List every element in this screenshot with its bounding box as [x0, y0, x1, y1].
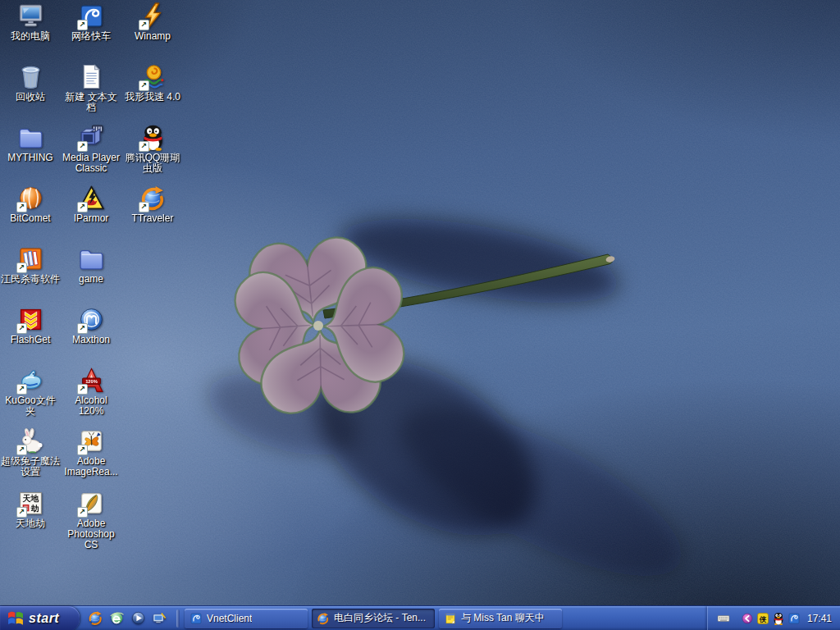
svg-text:120%: 120% — [85, 379, 98, 384]
system-tray: 侠17:41 — [707, 606, 840, 630]
desktop-icon-vnet[interactable]: ↗ 网络快车 — [62, 2, 121, 42]
desktop-icon-image — [17, 2, 44, 30]
desktop-icon-bitcomet[interactable]: ↗ BitComet — [1, 185, 60, 224]
task-button[interactable]: VnetClient — [185, 609, 308, 628]
desktop-icon-image: ↗ — [17, 306, 44, 333]
desktop-icon-image: ↗ — [139, 124, 167, 151]
desktop-icon-label: Media Player Classic — [62, 153, 121, 174]
desktop-icon-label: 我形我速 4.0 — [125, 92, 180, 103]
shortcut-arrow-overlay: ↗ — [16, 445, 27, 455]
desktop-icon-imageready[interactable]: ↗ Adobe ImageRea... — [62, 427, 121, 477]
desktop-icon-woxing[interactable]: ↗ 我形我速 4.0 — [123, 63, 182, 103]
shortcut-arrow-overlay: ↗ — [77, 202, 88, 212]
desktop-icon-label: Maxthon — [72, 335, 110, 345]
desktop-icon-image: ↗ — [139, 63, 167, 90]
shortcut-arrow-overlay: ↗ — [16, 507, 27, 518]
shortcut-arrow-overlay: ↗ — [77, 384, 88, 395]
start-button[interactable]: start — [0, 606, 80, 630]
desktop-icon-image — [17, 124, 44, 151]
taskbar-separator[interactable] — [176, 609, 180, 628]
desktop-icon-maxthon[interactable]: ↗ Maxthon — [62, 306, 121, 345]
tray-icon-xiake-app[interactable]: 侠 — [756, 612, 769, 625]
shortcut-arrow-overlay: ↗ — [77, 20, 88, 30]
desktop-icon-label: Adobe Photoshop CS — [62, 518, 121, 550]
desktop-icon-folder[interactable]: game — [62, 245, 121, 285]
desktop-icon-image: ↗ — [17, 427, 44, 454]
desktop-icon-label: TTraveler — [132, 213, 174, 224]
desktop-icon-alcohol[interactable]: 120%↗ Alcohol 120% — [62, 367, 121, 417]
desktop-icon-image: 天地劫↗ — [17, 490, 44, 517]
desktop-icon-image: ↗ — [17, 185, 44, 212]
desktop-icon-label: MYTHING — [7, 153, 52, 163]
desktop-icon-ttraveler[interactable]: ↗ TTraveler — [123, 185, 182, 224]
quick-launch-ttraveler-quick[interactable] — [88, 610, 103, 626]
shortcut-arrow-overlay: ↗ — [139, 202, 149, 212]
shortcut-arrow-overlay: ↗ — [139, 80, 149, 91]
shortcut-arrow-overlay: ↗ — [16, 262, 27, 273]
shortcut-arrow-overlay: ↗ — [77, 445, 88, 455]
desktop-icon-folder[interactable]: MYTHING — [1, 124, 60, 163]
quick-launch-internet-explorer[interactable] — [109, 610, 125, 626]
desktop-icon-recycle-bin[interactable]: 回收站 — [1, 63, 60, 103]
desktop-icon-label: game — [79, 274, 103, 285]
shortcut-arrow-overlay: ↗ — [77, 323, 88, 334]
quick-launch-windows-media-player[interactable] — [130, 610, 146, 626]
desktop-icon-my-computer[interactable]: 我的电脑 — [1, 2, 60, 42]
svg-text:侠: 侠 — [759, 614, 767, 623]
svg-text:劫: 劫 — [30, 504, 39, 513]
desktop-icon-label: Alcohol 120% — [62, 395, 121, 417]
desktop-icon-qq[interactable]: ↗ 腾讯QQ珊瑚虫版 — [123, 124, 182, 174]
desktop-icon-label: 新建 文本文档 — [62, 92, 121, 113]
desktop-icon-label: IParmor — [74, 213, 109, 224]
desktop-icon-image: ↗ — [78, 490, 105, 517]
desktop-icon-image — [17, 63, 44, 90]
quick-launch-show-desktop[interactable] — [152, 610, 167, 626]
task-button-label: VnetClient — [207, 613, 252, 624]
desktop-icon-image: ↗ — [78, 185, 105, 212]
desktop-icon-photoshop[interactable]: ↗ Adobe Photoshop CS — [62, 490, 121, 550]
desktop-icon-mpc[interactable]: ↗ Media Player Classic — [62, 124, 121, 174]
task-button[interactable]: 电白同乡论坛 - Ten... — [312, 609, 435, 628]
desktop-wallpaper: 120% 天地劫 侠 我的电脑 回收站 MYTHING ↗ — [0, 0, 840, 630]
desktop-icon-image: 120%↗ — [78, 367, 105, 394]
desktop-icon-label: 天地劫 — [16, 518, 45, 529]
desktop-icon-label: 江民杀毒软件 — [1, 274, 60, 285]
shortcut-arrow-overlay: ↗ — [77, 507, 88, 518]
svg-text:天地: 天地 — [21, 494, 39, 503]
desktop-icon-rabbit[interactable]: ↗ 超级兔子魔法设置 — [1, 427, 60, 477]
desktop-icon-label: 腾讯QQ珊瑚虫版 — [123, 153, 182, 174]
task-button[interactable]: 与 Miss Tan 聊天中 — [439, 609, 562, 628]
desktop-icon-label: 网络快车 — [71, 31, 111, 42]
desktop-icon-label: 回收站 — [16, 92, 45, 103]
desktop-icon-iparmor[interactable]: ↗ IParmor — [62, 185, 121, 224]
desktop-icon-tiandijie[interactable]: 天地劫↗ 天地劫 — [1, 490, 60, 529]
desktop-icon-image: ↗ — [78, 124, 105, 151]
desktop-icon-label: BitComet — [10, 213, 50, 224]
task-button-icon — [444, 612, 457, 625]
shortcut-arrow-overlay: ↗ — [139, 20, 149, 30]
desktop-icon-winamp[interactable]: ↗ Winamp — [123, 2, 182, 42]
desktop-icon-text-document[interactable]: 新建 文本文档 — [62, 63, 121, 113]
desktop-icon-image: ↗ — [17, 367, 44, 394]
desktop-icon-image — [78, 245, 105, 272]
desktop-icon-kugoo[interactable]: ↗ KuGoo文件夹 — [1, 367, 60, 417]
screen: 120% 天地劫 侠 我的电脑 回收站 MYTHING ↗ — [0, 0, 840, 630]
desktop-icon-jiangmin[interactable]: ↗ 江民杀毒软件 — [1, 245, 60, 285]
tray-clock[interactable]: 17:41 — [807, 613, 832, 624]
desktop-icon-label: 我的电脑 — [11, 31, 50, 42]
shortcut-arrow-overlay: ↗ — [16, 202, 27, 212]
quick-launch-bar — [80, 610, 175, 626]
shortcut-arrow-overlay: ↗ — [16, 323, 27, 334]
tray-icon-input-method-keyboard[interactable] — [716, 612, 731, 625]
task-button-icon — [189, 612, 203, 625]
desktop-icon-image: ↗ — [78, 2, 105, 30]
desktop-icon-image: ↗ — [78, 306, 105, 333]
tray-icon-vnet-dialer[interactable] — [788, 612, 801, 625]
desktop-icon-label: KuGoo文件夹 — [1, 395, 60, 417]
task-button-label: 电白同乡论坛 - Ten... — [334, 611, 426, 625]
tray-icon-qq-messenger[interactable] — [772, 612, 785, 625]
desktop-icon-flashget[interactable]: ↗ FlashGet — [1, 306, 60, 345]
desktop-icon-label: Adobe ImageRea... — [62, 456, 121, 477]
tray-icon-hide-icons-arrow[interactable] — [741, 612, 754, 625]
desktop-icon-image: ↗ — [139, 185, 167, 212]
